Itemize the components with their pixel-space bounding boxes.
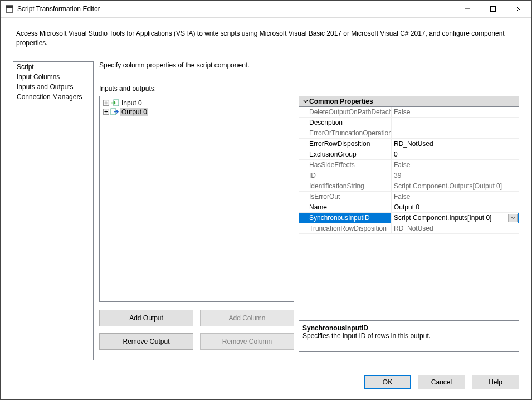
prop-row[interactable]: Description (299, 118, 519, 128)
property-grid: Common Properties DeleteOutputOnPathDeta… (299, 96, 519, 352)
prop-row[interactable]: ErrorOrTruncationOperation (299, 128, 519, 139)
io-tree[interactable]: Input 0 Output 0 (99, 96, 294, 302)
dialog-footer: OK Cancel Help (364, 375, 519, 389)
intro-text: Access Microsoft Visual Studio Tools for… (1, 18, 531, 48)
help-text: Specifies the input ID of rows in this o… (302, 332, 515, 340)
chevron-down-icon (301, 99, 309, 104)
title-bar: Script Transformation Editor (1, 1, 531, 18)
minimize-button[interactable] (455, 1, 480, 17)
prop-name: HasSideEffects (299, 160, 392, 170)
app-icon (5, 4, 14, 13)
cancel-button[interactable]: Cancel (418, 375, 465, 389)
property-category-header[interactable]: Common Properties (299, 96, 519, 107)
prop-value[interactable]: Script Component.Inputs[Input 0] (392, 213, 519, 223)
prop-value (392, 128, 519, 139)
dropdown-button[interactable] (508, 214, 518, 222)
prop-row[interactable]: DeleteOutputOnPathDetachedFalse (299, 107, 519, 118)
prop-row[interactable]: ID39 (299, 170, 519, 181)
prop-name: ExclusionGroup (299, 149, 392, 160)
prop-row[interactable]: ErrorRowDispositionRD_NotUsed (299, 139, 519, 149)
property-help: SynchronousInputID Specifies the input I… (299, 320, 519, 351)
prop-value-text: Script Component.Inputs[Input 0] (394, 214, 491, 222)
nav-panel: Script Input Columns Inputs and Outputs … (13, 61, 94, 360)
tree-node-label: Input 0 (120, 99, 143, 107)
window-title: Script Transformation Editor (17, 5, 455, 13)
nav-item-input-columns[interactable]: Input Columns (13, 72, 93, 82)
prop-value: 39 (392, 170, 519, 181)
prop-name: ID (299, 170, 392, 181)
prop-name: Name (299, 202, 392, 213)
prop-name: IsErrorOut (299, 192, 392, 202)
prop-value: False (392, 160, 519, 170)
input-arrow-icon (110, 99, 119, 106)
add-column-button: Add Column (200, 310, 294, 326)
nav-item-connection-managers[interactable]: Connection Managers (13, 92, 93, 102)
prop-row[interactable]: TruncationRowDispositionRD_NotUsed (299, 223, 519, 234)
maximize-button[interactable] (480, 1, 506, 17)
add-output-button[interactable]: Add Output (99, 310, 193, 326)
tree-node-label: Output 0 (120, 108, 148, 116)
prop-value[interactable] (392, 118, 519, 128)
close-button[interactable] (506, 1, 531, 17)
nav-item-script[interactable]: Script (13, 62, 93, 72)
prop-name: SynchronousInputID (299, 213, 392, 223)
prop-value[interactable]: Output 0 (392, 202, 519, 213)
ok-button[interactable]: OK (364, 375, 411, 389)
prop-value[interactable]: 0 (392, 149, 519, 160)
help-title: SynchronousInputID (302, 324, 515, 332)
prop-value: Script Component.Outputs[Output 0] (392, 181, 519, 192)
remove-output-button[interactable]: Remove Output (99, 333, 193, 350)
tree-node-output[interactable]: Output 0 (103, 108, 291, 116)
expander-icon[interactable] (103, 109, 109, 115)
prop-name: TruncationRowDisposition (299, 223, 392, 234)
prop-name: DeleteOutputOnPathDetached (299, 107, 392, 118)
prop-name: ErrorRowDisposition (299, 139, 392, 149)
prop-row[interactable]: NameOutput 0 (299, 202, 519, 213)
prop-value: False (392, 107, 519, 118)
prop-row[interactable]: IdentificationStringScript Component.Out… (299, 181, 519, 192)
prop-row[interactable]: ExclusionGroup0 (299, 149, 519, 160)
section-description: Specify column properties of the script … (99, 61, 519, 69)
prop-row[interactable]: HasSideEffectsFalse (299, 160, 519, 170)
nav-item-inputs-outputs[interactable]: Inputs and Outputs (13, 82, 93, 92)
prop-value: RD_NotUsed (392, 223, 519, 234)
prop-row-selected[interactable]: SynchronousInputID Script Component.Inpu… (299, 213, 519, 223)
io-label: Inputs and outputs: (99, 85, 519, 92)
tree-node-input[interactable]: Input 0 (103, 99, 291, 108)
help-button[interactable]: Help (472, 375, 519, 389)
svg-rect-3 (491, 7, 496, 12)
prop-value[interactable]: RD_NotUsed (392, 139, 519, 149)
output-arrow-icon (110, 108, 119, 115)
property-category-label: Common Properties (309, 97, 373, 105)
prop-row[interactable]: IsErrorOutFalse (299, 192, 519, 202)
expander-icon[interactable] (103, 100, 109, 106)
prop-name: ErrorOrTruncationOperation (299, 128, 392, 139)
prop-name: IdentificationString (299, 181, 392, 192)
prop-name: Description (299, 118, 392, 128)
svg-rect-1 (6, 6, 13, 8)
remove-column-button: Remove Column (200, 333, 294, 350)
prop-value: False (392, 192, 519, 202)
